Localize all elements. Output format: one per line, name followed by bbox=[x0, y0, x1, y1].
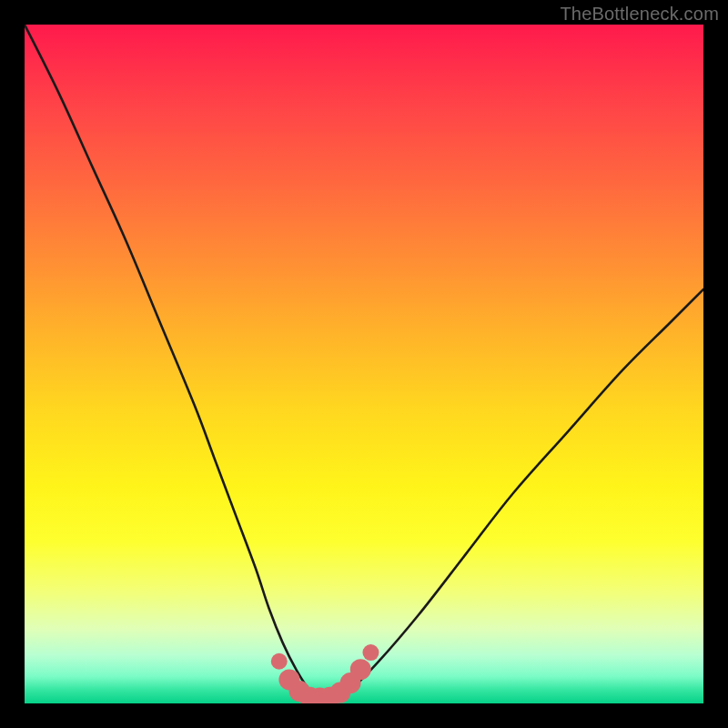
highlight-marker bbox=[350, 659, 371, 680]
highlight-marker bbox=[271, 653, 288, 670]
highlight-marker bbox=[362, 644, 379, 661]
curve-layer bbox=[25, 25, 703, 703]
watermark-text: TheBottleneck.com bbox=[560, 4, 719, 25]
outer-frame: TheBottleneck.com bbox=[0, 0, 728, 728]
plot-area bbox=[25, 25, 703, 703]
bottleneck-curve bbox=[25, 25, 703, 698]
